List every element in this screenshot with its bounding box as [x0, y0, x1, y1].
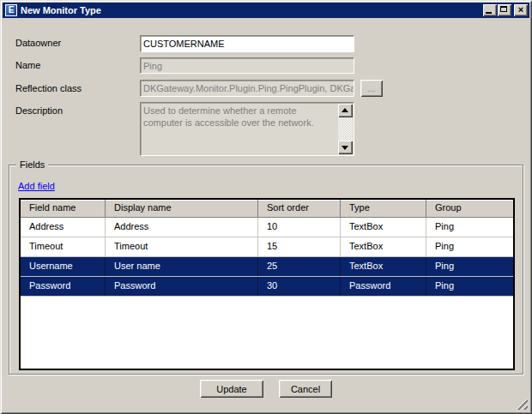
- column-header-field-name[interactable]: Field name: [21, 200, 106, 217]
- cell-display-name: User name: [106, 257, 258, 276]
- description-field: Used to determine whether a remote compu…: [140, 102, 354, 156]
- minimize-icon: [486, 12, 492, 14]
- cell-display-name: Timeout: [106, 237, 258, 256]
- maximize-icon: [500, 6, 507, 12]
- reflection-class-value: DKGateway.Monitor.Plugin.Ping.PingPlugin…: [141, 81, 354, 93]
- table-row[interactable]: Address Address 10 TextBox Ping: [21, 218, 513, 237]
- scroll-down-icon: [342, 146, 348, 150]
- cell-field-name: Timeout: [21, 237, 106, 256]
- reflection-class-field: DKGateway.Monitor.Plugin.Ping.PingPlugin…: [140, 80, 354, 97]
- scroll-down-button[interactable]: [338, 141, 353, 154]
- app-icon: E: [5, 4, 17, 16]
- cell-type: TextBox: [341, 257, 426, 276]
- cell-sort-order: 30: [258, 277, 341, 296]
- description-scrollbar[interactable]: [338, 104, 353, 154]
- cell-group: Ping: [426, 218, 513, 237]
- cell-type: Password: [341, 277, 426, 296]
- caption-buttons: ×: [482, 4, 528, 16]
- cell-sort-order: 10: [258, 218, 341, 237]
- dataowner-field[interactable]: [140, 35, 354, 52]
- window-title: New Monitor Type: [21, 5, 482, 15]
- resize-grip-icon[interactable]: [516, 398, 528, 410]
- fields-table: Field name Display name Sort order Type …: [19, 198, 515, 370]
- fields-groupbox: Fields Add field Field name Display name…: [9, 165, 523, 375]
- name-value: Ping: [141, 58, 354, 71]
- scroll-up-button[interactable]: [338, 104, 353, 117]
- cell-field-name: Username: [21, 257, 106, 276]
- column-header-display-name[interactable]: Display name: [106, 200, 258, 217]
- name-field: Ping: [140, 57, 354, 74]
- cell-group: Ping: [426, 257, 513, 276]
- table-empty-area: [21, 297, 513, 369]
- table-row-selected[interactable]: Username User name 25 TextBox Ping: [21, 257, 513, 277]
- fields-table-header: Field name Display name Sort order Type …: [21, 200, 513, 218]
- cell-group: Ping: [426, 237, 513, 256]
- minimize-button[interactable]: [483, 4, 497, 16]
- dataowner-label: Dataowner: [15, 38, 61, 48]
- cell-field-name: Password: [21, 277, 106, 296]
- column-header-group[interactable]: Group: [426, 200, 513, 217]
- cell-type: TextBox: [341, 218, 426, 237]
- cell-sort-order: 15: [258, 237, 341, 256]
- update-button[interactable]: Update: [200, 380, 263, 398]
- cell-display-name: Password: [106, 277, 258, 296]
- table-row-selected[interactable]: Password Password 30 Password Ping: [21, 277, 513, 297]
- dataowner-input[interactable]: [141, 36, 354, 51]
- table-row[interactable]: Timeout Timeout 15 TextBox Ping: [21, 237, 513, 257]
- close-icon: ×: [514, 4, 528, 15]
- column-header-type[interactable]: Type: [341, 200, 426, 217]
- browse-button: ...: [360, 80, 383, 97]
- title-bar[interactable]: E New Monitor Type ×: [3, 3, 529, 18]
- cancel-button[interactable]: Cancel: [279, 380, 332, 398]
- fields-groupbox-title: Fields: [16, 159, 48, 170]
- cell-type: TextBox: [341, 237, 426, 256]
- name-label: Name: [15, 60, 40, 70]
- description-value: Used to determine whether a remote compu…: [141, 103, 354, 129]
- column-header-sort-order[interactable]: Sort order: [258, 200, 341, 217]
- cell-group: Ping: [426, 277, 513, 296]
- reflection-class-label: Reflection class: [15, 83, 82, 93]
- description-label: Description: [15, 105, 63, 116]
- cell-field-name: Address: [21, 218, 106, 237]
- scroll-up-icon: [342, 108, 348, 112]
- maximize-button[interactable]: [498, 4, 511, 16]
- close-button[interactable]: ×: [514, 4, 528, 16]
- new-monitor-type-dialog: E New Monitor Type × Dataowner Name Ping…: [0, 0, 532, 414]
- add-field-link[interactable]: Add field: [18, 181, 55, 191]
- cell-sort-order: 25: [258, 257, 341, 276]
- cell-display-name: Address: [106, 218, 258, 237]
